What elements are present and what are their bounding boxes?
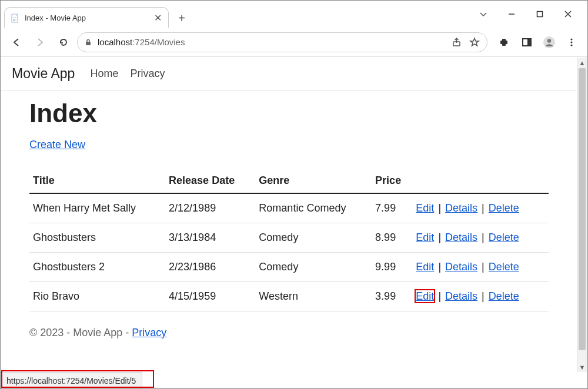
create-new-link[interactable]: Create New bbox=[29, 139, 85, 150]
col-release-date: Release Date bbox=[165, 169, 255, 193]
profile-icon[interactable] bbox=[539, 32, 559, 52]
close-tab-icon[interactable]: ✕ bbox=[153, 14, 162, 23]
col-price: Price bbox=[372, 169, 412, 193]
col-title: Title bbox=[29, 169, 165, 193]
delete-link[interactable]: Delete bbox=[489, 290, 519, 302]
close-window-icon[interactable] bbox=[556, 5, 580, 23]
svg-rect-1 bbox=[13, 18, 16, 18]
page-favicon bbox=[11, 14, 20, 23]
table-row: Ghostbusters3/13/1984Comedy8.99Edit | De… bbox=[29, 223, 549, 253]
cell-title: Ghostbusters 2 bbox=[29, 253, 165, 282]
browser-tab[interactable]: Index - Movie App ✕ bbox=[4, 7, 169, 28]
cell-actions: Edit | Details | Delete bbox=[412, 223, 549, 253]
table-row: Ghostbusters 22/23/1986Comedy9.99Edit | … bbox=[29, 253, 549, 282]
window-controls bbox=[471, 5, 583, 28]
sidepanel-icon[interactable] bbox=[517, 32, 537, 52]
browser-toolbar: localhost:7254/Movies bbox=[1, 28, 587, 57]
details-link[interactable]: Details bbox=[445, 290, 477, 302]
col-genre: Genre bbox=[255, 169, 372, 193]
svg-point-16 bbox=[570, 44, 572, 46]
svg-rect-2 bbox=[13, 19, 16, 19]
delete-link[interactable]: Delete bbox=[489, 232, 519, 243]
svg-rect-8 bbox=[86, 42, 91, 45]
chevron-down-icon[interactable] bbox=[471, 5, 496, 23]
vertical-scrollbar[interactable]: ▲ ▼ bbox=[577, 58, 587, 372]
cell-date: 4/15/1959 bbox=[165, 282, 255, 311]
scroll-thumb[interactable] bbox=[579, 68, 586, 350]
edit-link[interactable]: Edit bbox=[416, 261, 434, 273]
svg-point-15 bbox=[570, 41, 572, 43]
scroll-up-icon[interactable]: ▲ bbox=[577, 58, 587, 68]
svg-rect-5 bbox=[537, 12, 543, 17]
cell-genre: Comedy bbox=[255, 223, 372, 253]
table-header-row: Title Release Date Genre Price bbox=[29, 169, 549, 193]
svg-point-14 bbox=[570, 38, 572, 40]
kebab-menu-icon[interactable] bbox=[562, 32, 582, 52]
edit-link[interactable]: Edit bbox=[416, 290, 434, 302]
minimize-icon[interactable] bbox=[499, 5, 524, 23]
svg-point-13 bbox=[547, 39, 551, 42]
star-icon[interactable] bbox=[468, 36, 481, 49]
tab-title: Index - Movie App bbox=[25, 14, 153, 22]
cell-date: 2/12/1989 bbox=[165, 193, 255, 223]
svg-rect-11 bbox=[527, 39, 531, 46]
status-url: https://localhost:7254/Movies/Edit/5 bbox=[6, 376, 136, 385]
cell-title: Ghostbusters bbox=[29, 223, 165, 253]
toolbar-right bbox=[495, 32, 582, 52]
delete-link[interactable]: Delete bbox=[489, 261, 519, 273]
maximize-icon[interactable] bbox=[527, 5, 552, 23]
cell-date: 3/13/1984 bbox=[165, 223, 255, 253]
brand[interactable]: Movie App bbox=[12, 66, 75, 82]
col-actions bbox=[412, 169, 549, 193]
cell-actions: Edit | Details | Delete bbox=[412, 193, 549, 223]
details-link[interactable]: Details bbox=[445, 202, 477, 214]
share-icon[interactable] bbox=[450, 36, 463, 49]
url-text: localhost:7254/Movies bbox=[98, 37, 185, 47]
footer: © 2023 - Movie App - Privacy bbox=[1, 311, 577, 345]
new-tab-button[interactable]: + bbox=[172, 9, 191, 28]
address-bar[interactable]: localhost:7254/Movies bbox=[77, 32, 487, 52]
page-title: Index bbox=[29, 99, 549, 128]
cell-actions: Edit | Details | Delete bbox=[412, 253, 549, 282]
edit-link[interactable]: Edit bbox=[416, 232, 434, 243]
extensions-icon[interactable] bbox=[495, 32, 514, 52]
details-link[interactable]: Details bbox=[445, 232, 477, 243]
scroll-down-icon[interactable]: ▼ bbox=[577, 362, 587, 372]
back-button[interactable] bbox=[6, 32, 26, 52]
app-navbar: Movie App Home Privacy bbox=[1, 58, 577, 90]
footer-privacy-link[interactable]: Privacy bbox=[132, 327, 166, 338]
lock-icon bbox=[83, 38, 93, 47]
forward-button[interactable] bbox=[30, 32, 50, 52]
nav-home[interactable]: Home bbox=[90, 68, 118, 80]
footer-text: © 2023 - Movie App - bbox=[29, 327, 132, 338]
cell-title: When Harry Met Sally bbox=[29, 193, 165, 223]
edit-link[interactable]: Edit bbox=[416, 202, 434, 214]
cell-genre: Romantic Comedy bbox=[255, 193, 372, 223]
table-row: Rio Bravo4/15/1959Western3.99Edit | Deta… bbox=[29, 282, 549, 311]
reload-button[interactable] bbox=[54, 32, 74, 52]
table-row: When Harry Met Sally2/12/1989Romantic Co… bbox=[29, 193, 549, 223]
cell-actions: Edit | Details | Delete bbox=[412, 282, 549, 311]
details-link[interactable]: Details bbox=[445, 261, 477, 273]
cell-genre: Western bbox=[255, 282, 372, 311]
page-content: Movie App Home Privacy Index Create New … bbox=[1, 58, 577, 372]
cell-price: 8.99 bbox=[372, 223, 412, 253]
viewport: Movie App Home Privacy Index Create New … bbox=[1, 58, 587, 372]
cell-genre: Comedy bbox=[255, 253, 372, 282]
browser-titlebar: Index - Movie App ✕ + bbox=[1, 1, 587, 28]
cell-price: 9.99 bbox=[372, 253, 412, 282]
cell-price: 3.99 bbox=[372, 282, 412, 311]
cell-date: 2/23/1986 bbox=[165, 253, 255, 282]
svg-rect-3 bbox=[13, 20, 15, 21]
nav-privacy[interactable]: Privacy bbox=[130, 68, 165, 80]
movies-table: Title Release Date Genre Price When Harr… bbox=[29, 169, 549, 311]
delete-link[interactable]: Delete bbox=[489, 202, 519, 214]
cell-title: Rio Bravo bbox=[29, 282, 165, 311]
status-bar: https://localhost:7254/Movies/Edit/5 bbox=[1, 372, 142, 388]
cell-price: 7.99 bbox=[372, 193, 412, 223]
